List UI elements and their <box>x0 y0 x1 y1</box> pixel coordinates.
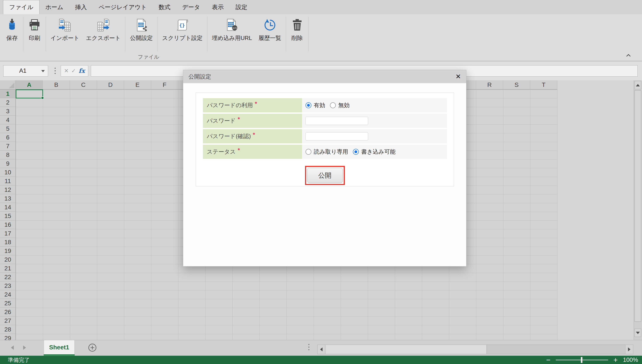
horizontal-scrollbar[interactable] <box>317 344 633 354</box>
collapse-ribbon-icon[interactable] <box>624 52 632 58</box>
ribbon-button[interactable]: 保存 <box>2 16 22 52</box>
confirm-entry-icon[interactable]: ✓ <box>72 68 76 74</box>
fill-handle[interactable] <box>41 96 44 99</box>
sheet-tab[interactable]: Sheet1 <box>44 340 75 354</box>
password-confirm-input[interactable] <box>306 132 368 140</box>
zoom-in-button[interactable]: + <box>613 356 618 364</box>
zoom-slider-thumb[interactable] <box>581 357 582 363</box>
add-sheet-button[interactable] <box>88 343 97 352</box>
column-header-t[interactable]: T <box>530 80 557 89</box>
column-header-b[interactable]: B <box>43 80 70 89</box>
row-header-25[interactable]: 25 <box>0 299 16 308</box>
row-header-3[interactable]: 3 <box>0 107 16 116</box>
column-header-r[interactable]: R <box>476 80 503 89</box>
menu-tab[interactable]: 挿入 <box>69 0 93 14</box>
radio-option[interactable]: 有効 <box>306 102 325 109</box>
column-header-c[interactable]: C <box>70 80 97 89</box>
required-asterisk: * <box>253 131 255 138</box>
row-header-12[interactable]: 12 <box>0 186 16 194</box>
cancel-entry-icon[interactable]: ✕ <box>64 68 69 74</box>
zoom-controls: − + 100% <box>546 356 638 364</box>
arrow-left-icon <box>320 348 323 351</box>
row-header-13[interactable]: 13 <box>0 194 16 203</box>
row-header-27[interactable]: 27 <box>0 316 16 325</box>
scroll-left-button[interactable] <box>318 345 325 354</box>
column-header-f[interactable]: F <box>151 80 178 89</box>
row-header-28[interactable]: 28 <box>0 325 16 334</box>
form-label-text: パスワードの利用 <box>207 102 253 109</box>
row-header-20[interactable]: 20 <box>0 255 16 264</box>
row-header-22[interactable]: 22 <box>0 273 16 282</box>
row-header-17[interactable]: 17 <box>0 229 16 238</box>
ribbon-button[interactable]: インポート <box>47 16 83 52</box>
column-header-s[interactable]: S <box>503 80 530 89</box>
insert-function-icon[interactable]: fx <box>79 67 85 74</box>
form-label-text: パスワード(確認) <box>207 132 251 140</box>
radio-unselected-icon[interactable] <box>330 102 336 108</box>
menu-tab[interactable]: ファイル <box>3 0 40 14</box>
row-header-1[interactable]: 1 <box>0 90 16 98</box>
row-header-6[interactable]: 6 <box>0 133 16 142</box>
row-header-18[interactable]: 18 <box>0 238 16 246</box>
row-header-19[interactable]: 19 <box>0 246 16 255</box>
column-header-d[interactable]: D <box>97 80 124 89</box>
menu-tab[interactable]: ホーム <box>40 0 69 14</box>
zoom-slider[interactable] <box>556 360 608 360</box>
vertical-scrollbar[interactable] <box>634 80 642 340</box>
row-header-15[interactable]: 15 <box>0 212 16 220</box>
row-header-5[interactable]: 5 <box>0 124 16 133</box>
scroll-right-button[interactable] <box>625 345 633 354</box>
row-header-10[interactable]: 10 <box>0 168 16 177</box>
ribbon-button[interactable]: </>埋め込み用URL <box>209 16 255 52</box>
ribbon-button[interactable]: エクスポート <box>83 16 124 52</box>
previous-sheet-icon[interactable] <box>11 346 14 350</box>
publish-button[interactable]: 公開 <box>307 168 343 183</box>
dialog-title-bar[interactable]: 公開設定 ✕ <box>183 70 466 83</box>
ribbon-button[interactable]: {}スクリプト設定 <box>159 16 206 52</box>
row-header-9[interactable]: 9 <box>0 159 16 168</box>
radio-selected-icon[interactable] <box>353 149 359 155</box>
row-header-26[interactable]: 26 <box>0 308 16 316</box>
row-header-11[interactable]: 11 <box>0 177 16 186</box>
ribbon-button[interactable]: 公開設定 <box>127 16 156 52</box>
chevron-down-icon[interactable] <box>41 70 45 72</box>
row-header-7[interactable]: 7 <box>0 142 16 150</box>
scroll-down-button[interactable] <box>634 329 641 337</box>
row-header-8[interactable]: 8 <box>0 150 16 159</box>
row-header-24[interactable]: 24 <box>0 290 16 299</box>
column-header-a[interactable]: A <box>16 80 43 89</box>
horizontal-scrollbar-thumb[interactable] <box>325 345 487 354</box>
radio-selected-icon[interactable] <box>306 102 311 108</box>
row-header-29[interactable]: 29 <box>0 334 16 340</box>
row-header-4[interactable]: 4 <box>0 116 16 124</box>
scroll-up-button[interactable] <box>634 81 641 89</box>
radio-option[interactable]: 読み取り専用 <box>306 148 348 156</box>
drag-handle-icon[interactable] <box>53 68 57 74</box>
zoom-out-button[interactable]: − <box>546 356 550 364</box>
radio-unselected-icon[interactable] <box>306 149 311 155</box>
menu-tab[interactable]: 設定 <box>230 0 253 14</box>
radio-option[interactable]: 無効 <box>330 102 350 109</box>
menu-tab[interactable]: 表示 <box>206 0 230 14</box>
menu-tab[interactable]: ページレイアウト <box>93 0 153 14</box>
radio-option[interactable]: 書き込み可能 <box>353 148 395 156</box>
row-header-23[interactable]: 23 <box>0 282 16 290</box>
menu-tab[interactable]: 数式 <box>153 0 176 14</box>
ribbon-button[interactable]: 削除 <box>287 16 307 52</box>
column-header-e[interactable]: E <box>124 80 151 89</box>
cell-name-box[interactable]: A1 <box>3 65 48 76</box>
next-sheet-icon[interactable] <box>23 346 26 350</box>
close-icon[interactable]: ✕ <box>455 73 461 80</box>
ribbon-divider <box>286 17 286 51</box>
password-input[interactable] <box>306 117 368 125</box>
ribbon-button[interactable]: 履歴一覧 <box>255 16 285 52</box>
row-header-14[interactable]: 14 <box>0 203 16 212</box>
vertical-scrollbar-thumb[interactable] <box>634 90 641 322</box>
row-header-2[interactable]: 2 <box>0 98 16 107</box>
select-all-corner[interactable] <box>0 80 16 90</box>
row-header-21[interactable]: 21 <box>0 264 16 273</box>
row-header-16[interactable]: 16 <box>0 220 16 229</box>
drag-handle-icon[interactable] <box>308 344 309 350</box>
menu-tab[interactable]: データ <box>176 0 206 14</box>
ribbon-button[interactable]: 印刷 <box>25 16 44 52</box>
